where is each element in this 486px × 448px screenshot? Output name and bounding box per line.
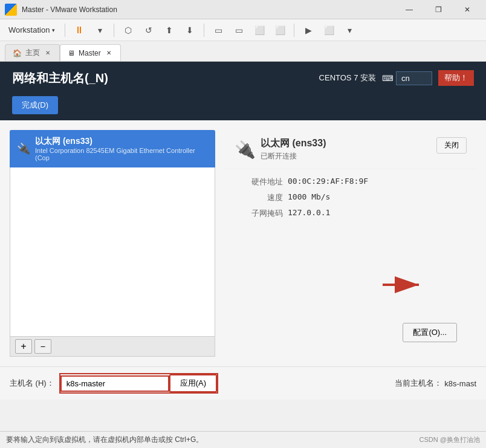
title-bar: Master - VMware Workstation — ❐ ✕ [0,0,486,19]
toolbar-separator-3 [204,24,204,37]
toolbar-dropdown-btn[interactable]: ▾ [91,22,109,39]
view-btn-1[interactable]: ▭ [209,22,227,39]
toolbar-separator-2 [114,24,114,37]
nic-list-footer: + － [10,337,215,357]
nic-detail-name: 以太网 (ens33) [261,137,326,150]
speed-label: 速度 [235,192,283,203]
pause-icon: ⏸ [74,25,84,36]
remove-nic-button[interactable]: － [34,339,51,354]
keyboard-icon: ⌨ [382,74,394,83]
help-button[interactable]: 帮助！ [438,70,474,86]
fullscreen-button[interactable]: ⬜ [320,22,338,39]
nic-icon: 🔌 [17,142,30,155]
master-tab-icon: 🖥 [68,49,75,57]
done-button[interactable]: 完成(D) [12,96,58,114]
current-value: k8s-mast [444,379,476,388]
vmware-logo [5,4,17,16]
view-btn-3[interactable]: ⬜ [250,22,268,39]
apply-button[interactable]: 应用(A) [169,374,217,392]
console-button[interactable]: ▶ [299,22,317,39]
nic-item-desc: Intel Corporation 82545EM Gigabit Ethern… [35,147,208,161]
snapshot-down-button[interactable]: ⬇ [181,22,199,39]
snapshot-button[interactable]: ↺ [140,22,158,39]
tab-master[interactable]: 🖥 Master ✕ [60,44,121,61]
view-btn-4[interactable]: ⬜ [271,22,289,39]
nic-item-info: 以太网 (ens33) Intel Corporation 82545EM Gi… [35,136,208,161]
nic-list-body [10,167,215,337]
install-title: CENTOS 7 安装 [319,73,376,83]
tabs-bar: 🏠 主页 ✕ 🖥 Master ✕ [0,41,486,62]
nic-list: 🔌 以太网 (ens33) Intel Corporation 82545EM … [10,130,215,357]
hostname-section: 主机名 (H)： 应用(A) 当前主机名： k8s-mast [0,366,486,400]
hardware-value: 00:0C:29:AF:F8:9F [288,177,368,187]
home-icon: 🏠 [13,49,22,57]
current-label: 当前主机名： [395,378,442,389]
nic-detail-status: 已断开连接 [261,151,326,161]
hostname-input[interactable] [60,375,169,392]
subnet-label: 子网掩码 [235,208,283,219]
nic-detail-title-row: 🔌 以太网 (ens33) 已断开连接 [235,137,326,161]
hostname-label: 主机名 (H)： [10,378,54,389]
toolbar-separator-4 [294,24,294,37]
speed-row: 速度 1000 Mb/s [235,192,467,203]
snapshot-up-button[interactable]: ⬆ [160,22,178,39]
subnet-row: 子网掩码 127.0.0.1 [235,208,467,219]
hardware-label: 硬件地址 [235,177,283,187]
tab-home-label: 主页 [25,48,40,58]
workstation-menu[interactable]: Workstation ▾ [4,23,60,37]
status-bar: 要将输入定向到该虚拟机，请在虚拟机内部单击或按 Ctrl+G。 CSDN @换鱼… [0,431,486,448]
restore-button[interactable]: ❐ [424,0,452,19]
pause-button[interactable]: ⏸ [70,22,88,39]
tab-home-close[interactable]: ✕ [44,49,52,57]
nic-detail-icon: 🔌 [235,140,256,160]
minimize-button[interactable]: — [395,0,423,19]
toolbar-separator-1 [65,24,65,37]
nic-detail-panel: 🔌 以太网 (ens33) 已断开连接 关闭 硬件地址 00:0C:29:AF:… [225,130,476,357]
hardware-row: 硬件地址 00:0C:29:AF:F8:9F [235,177,467,187]
nic-item-name: 以太网 (ens33) [35,136,208,147]
close-button[interactable]: ✕ [453,0,481,19]
nic-detail-header: 🔌 以太网 (ens33) 已断开连接 关闭 [225,130,476,169]
chevron-down-icon: ▾ [52,27,55,33]
nic-list-item[interactable]: 🔌 以太网 (ens33) Intel Corporation 82545EM … [10,130,215,167]
fullscreen-dropdown[interactable]: ▾ [340,22,358,39]
send-ctrl-alt-del-button[interactable]: ⬡ [119,22,137,39]
tab-home[interactable]: 🏠 主页 ✕ [5,44,60,61]
page-title: 网络和主机名(_N) [12,70,108,86]
title-bar-controls: — ❐ ✕ [395,0,481,19]
nic-close-button[interactable]: 关闭 [436,137,467,154]
configure-button[interactable]: 配置(O)... [403,323,457,342]
language-input[interactable] [396,71,432,85]
tab-master-close[interactable]: ✕ [105,49,113,57]
menu-bar: Workstation ▾ ⏸ ▾ ⬡ ↺ ⬆ ⬇ ▭ ▭ ⬜ ⬜ ▶ ⬜ ▾ [0,19,486,41]
tab-master-label: Master [79,49,101,57]
status-bar-text: 要将输入定向到该虚拟机，请在虚拟机内部单击或按 Ctrl+G。 [6,435,420,445]
view-btn-2[interactable]: ▭ [230,22,248,39]
red-arrow-icon [380,273,428,297]
nic-detail-body: 硬件地址 00:0C:29:AF:F8:9F 速度 1000 Mb/s 子网掩码… [225,169,476,231]
title-bar-text: Master - VMware Workstation [22,5,395,14]
current-hostname: 当前主机名： k8s-mast [395,378,476,389]
subnet-value: 127.0.0.1 [288,208,330,219]
speed-value: 1000 Mb/s [288,192,330,203]
network-panel: 🔌 以太网 (ens33) Intel Corporation 82545EM … [0,120,486,366]
workstation-label: Workstation [8,25,50,34]
add-nic-button[interactable]: + [15,339,32,354]
status-bar-right: CSDN @换鱼打油池 [420,435,480,444]
